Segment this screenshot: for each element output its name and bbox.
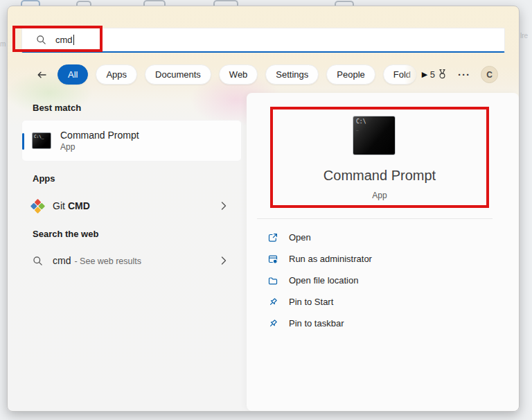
chevron-right-icon [221,256,227,265]
chevron-right-icon [221,202,227,210]
command-prompt-icon: C:\_ [32,132,51,149]
background-artifact [213,0,238,6]
desktop-screen: lre m cmd All Apps Documents Web [0,0,532,420]
tab-documents[interactable]: Documents [145,64,211,85]
rewards-badge[interactable]: 5 [430,69,447,80]
result-title: cmd- See web results [53,255,141,266]
rewards-count: 5 [430,69,435,80]
best-match-result-command-prompt[interactable]: C:\_ Command Prompt App [21,120,242,161]
action-pin-to-taskbar[interactable]: Pin to taskbar [267,313,372,334]
background-artifact-text: m [0,40,6,48]
text-caret [73,35,75,45]
action-pin-to-start[interactable]: Pin to Start [267,291,372,313]
tab-settings[interactable]: Settings [265,64,319,85]
pushpin-icon [267,318,278,329]
search-the-web-header: Search the web [33,229,98,239]
search-flyout-window: cmd All Apps Documents Web Settings Peop… [7,6,520,412]
account-avatar[interactable]: C [481,66,498,83]
search-icon [33,256,43,266]
back-button[interactable] [34,67,49,82]
context-actions: Open Run as administrator Open file loca… [267,227,372,334]
action-open-file-location[interactable]: Open file location [267,270,372,291]
tab-web[interactable]: Web [219,64,258,85]
search-icon [36,35,46,45]
preview-panel: C:\_ Command Prompt App Open [247,93,519,411]
git-cmd-icon [30,198,45,213]
selection-accent-bar [22,133,24,150]
command-prompt-icon-large: C:\_ [353,116,396,155]
background-artifact-text: lre [520,32,528,40]
background-artifact [21,0,40,6]
action-run-as-administrator[interactable]: Run as administrator [267,248,372,270]
result-git-cmd[interactable]: GitCMD [21,195,242,217]
result-title: GitCMD [53,200,90,211]
tab-people[interactable]: People [326,64,375,85]
tab-apps[interactable]: Apps [96,64,137,85]
result-title: Command Prompt [60,130,139,141]
folder-icon [267,275,278,286]
search-input[interactable]: cmd [21,28,505,53]
result-subtitle: App [60,142,139,152]
more-options-button[interactable]: ··· [458,71,470,78]
admin-window-icon [267,254,278,265]
header-status-cluster: 5 ··· C [430,64,498,85]
rewards-medal-icon [437,69,447,80]
tabs-overflow-arrow[interactable]: ▶ [422,70,427,79]
pushpin-icon [267,297,278,308]
tab-folders[interactable]: Fold [383,64,416,85]
best-match-header: Best match [33,103,81,113]
background-artifact [143,0,166,6]
result-web-search-cmd[interactable]: cmd- See web results [21,250,242,272]
preview-title: Command Prompt [270,168,489,184]
apps-header: Apps [33,173,55,184]
open-external-icon [267,232,278,243]
arrow-left-icon [36,69,48,80]
action-open[interactable]: Open [267,227,372,248]
preview-subtitle: App [270,191,489,200]
tab-all[interactable]: All [57,64,88,85]
search-query-text: cmd [55,35,73,45]
divider [257,218,493,219]
